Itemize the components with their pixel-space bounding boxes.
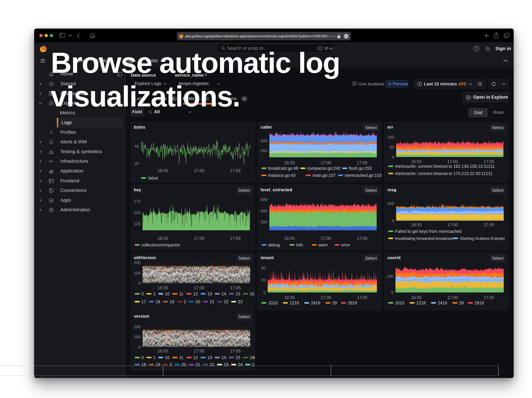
- svg-text:23: 23: [224, 362, 228, 367]
- svg-text:0: 0: [141, 292, 144, 296]
- svg-text:compactor.go:242: compactor.go:242: [307, 166, 341, 171]
- svg-text:2: 2: [252, 362, 254, 367]
- svg-text:15: 15: [235, 292, 240, 296]
- svg-text:instance.go:43: instance.go:43: [268, 173, 296, 178]
- svg-text:2419: 2419: [438, 300, 447, 305]
- svg-text:20: 20: [181, 362, 186, 367]
- svg-text:16:55: 16:55: [411, 159, 422, 164]
- svg-text:16:55: 16:55: [158, 285, 168, 290]
- svg-text:19: 19: [156, 362, 160, 367]
- svg-text:0: 0: [141, 355, 144, 360]
- svg-text:100: 100: [387, 135, 394, 139]
- svg-text:11: 11: [179, 292, 184, 296]
- svg-text:150: 150: [134, 211, 140, 215]
- svg-text:19: 19: [170, 299, 174, 304]
- svg-text:16:55: 16:55: [158, 236, 168, 241]
- svg-text:2: 2: [184, 299, 186, 304]
- svg-text:500: 500: [261, 138, 267, 143]
- svg-text:100: 100: [387, 274, 393, 279]
- svg-text:16:55: 16:55: [158, 348, 168, 353]
- svg-text:17:00: 17:00: [321, 160, 331, 165]
- svg-text:warn: warn: [318, 243, 328, 247]
- svg-text:10: 10: [165, 292, 170, 296]
- svg-text:Value: Value: [148, 176, 158, 180]
- svg-text:200: 200: [261, 220, 267, 224]
- svg-text:12: 12: [193, 292, 198, 296]
- svg-text:21: 21: [196, 362, 200, 367]
- svg-text:22: 22: [210, 362, 214, 367]
- svg-text:broadcast.go:48: broadcast.go:48: [268, 166, 298, 171]
- svg-text:20: 20: [134, 161, 139, 166]
- svg-text:17:00: 17:00: [321, 236, 331, 241]
- svg-text:400: 400: [261, 209, 267, 213]
- svg-text:1218: 1218: [290, 300, 299, 305]
- svg-text:17:00: 17:00: [194, 168, 204, 173]
- svg-text:18: 18: [141, 362, 146, 367]
- svg-text:2: 2: [170, 362, 172, 367]
- svg-text:17:05: 17:05: [230, 168, 241, 173]
- svg-text:collectors/compactor: collectors/compactor: [141, 243, 180, 247]
- svg-text:0: 0: [392, 218, 394, 223]
- svg-text:50: 50: [390, 145, 394, 149]
- svg-text:125: 125: [134, 222, 140, 226]
- svg-text:14: 14: [222, 355, 226, 360]
- svg-text:11: 11: [179, 355, 184, 360]
- svg-text:flush.go:253: flush.go:253: [349, 166, 372, 171]
- svg-text:0: 0: [138, 281, 140, 286]
- svg-text:Invalidating forwarded broadca: Invalidating forwarded broadcast: [395, 236, 453, 241]
- svg-text:17:05: 17:05: [484, 159, 494, 164]
- svg-text:20: 20: [196, 299, 200, 304]
- svg-text:2919: 2919: [475, 300, 484, 305]
- svg-text:1010: 1010: [268, 300, 278, 305]
- svg-text:0: 0: [392, 155, 394, 159]
- svg-text:17:05: 17:05: [230, 236, 241, 241]
- svg-text:17:00: 17:00: [194, 236, 204, 241]
- svg-text:17:00: 17:00: [194, 285, 204, 290]
- svg-text:18: 18: [156, 299, 160, 304]
- svg-text:main.go:107: main.go:107: [312, 173, 336, 178]
- svg-text:info: info: [296, 243, 303, 247]
- svg-text:40: 40: [261, 266, 266, 270]
- svg-text:29: 29: [332, 300, 337, 305]
- svg-text:0: 0: [391, 290, 393, 295]
- svg-text:memcached.go:153: memcached.go:153: [345, 173, 382, 178]
- svg-text:16: 16: [250, 292, 254, 296]
- svg-text:200: 200: [134, 260, 140, 265]
- svg-text:24: 24: [238, 362, 243, 367]
- svg-text:17:00: 17:00: [447, 159, 458, 164]
- svg-text:0: 0: [264, 290, 266, 295]
- svg-text:100: 100: [134, 271, 140, 275]
- svg-text:29: 29: [459, 300, 464, 305]
- svg-text:2419: 2419: [311, 300, 320, 305]
- svg-text:17:05: 17:05: [357, 160, 367, 165]
- svg-text:10: 10: [165, 355, 170, 360]
- svg-text:17:00: 17:00: [321, 295, 331, 300]
- svg-text:21: 21: [210, 299, 214, 304]
- svg-text:Starting Grafana Enterpri: Starting Grafana Enterpri: [460, 236, 505, 241]
- svg-text:17:05: 17:05: [357, 295, 367, 300]
- svg-text:1: 1: [153, 355, 156, 360]
- svg-text:1: 1: [153, 292, 156, 296]
- svg-text:17:05: 17:05: [230, 348, 241, 353]
- svg-text:memcache: connect timeout to 1: memcache: connect timeout to 162.134.158…: [395, 164, 495, 168]
- svg-text:k6: k6: [51, 152, 52, 154]
- svg-text:23: 23: [238, 299, 243, 304]
- svg-text:16:55: 16:55: [284, 160, 295, 165]
- svg-text:40: 40: [134, 144, 139, 149]
- svg-text:17:00: 17:00: [447, 222, 458, 227]
- svg-text:1010: 1010: [395, 300, 404, 305]
- svg-text:2919: 2919: [348, 300, 357, 305]
- svg-text:debug: debug: [268, 243, 280, 247]
- svg-text:17:00: 17:00: [194, 348, 204, 353]
- svg-text:17: 17: [141, 299, 146, 304]
- svg-text:100: 100: [134, 335, 140, 339]
- svg-text:500: 500: [387, 201, 394, 206]
- svg-text:600: 600: [261, 197, 267, 202]
- svg-text:memcache: connect timeout to 1: memcache: connect timeout to 174.213.22.…: [395, 171, 493, 176]
- svg-text:13: 13: [207, 292, 212, 296]
- svg-text:200: 200: [134, 324, 140, 329]
- svg-text:12: 12: [193, 355, 198, 360]
- svg-text:15: 15: [235, 355, 240, 360]
- svg-text:17:05: 17:05: [357, 236, 367, 241]
- svg-text:1218: 1218: [416, 300, 426, 305]
